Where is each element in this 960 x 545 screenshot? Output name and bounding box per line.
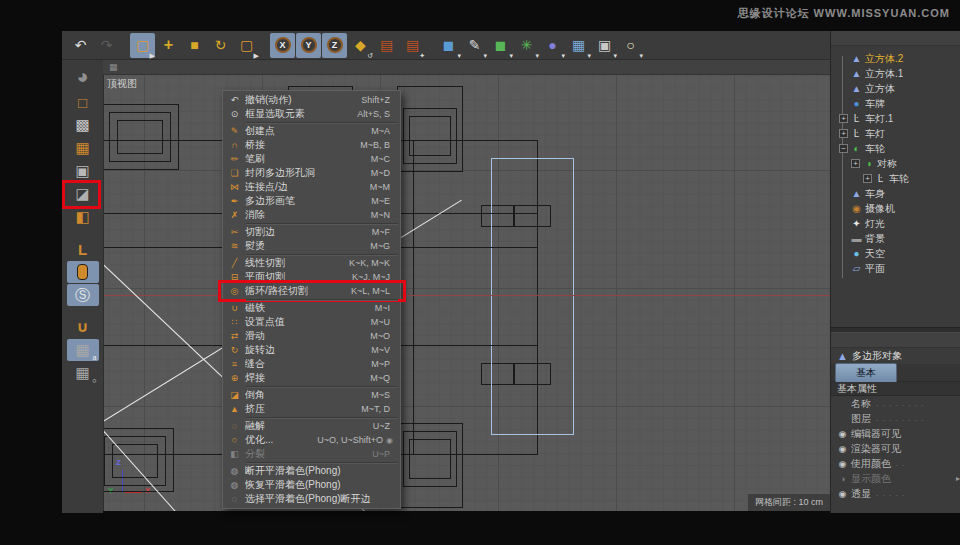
add-cube-button[interactable]: ◼ ▾	[436, 33, 461, 58]
render-view-button[interactable]: ▤	[374, 33, 399, 58]
x-axis-lock[interactable]: X	[270, 33, 295, 58]
polygons-mode-button[interactable]: ◧	[67, 206, 99, 228]
context-menu-item[interactable]: ⇄ 滑动 M~O	[223, 329, 400, 343]
object-tree-row[interactable]: ✦ 灯光	[831, 216, 960, 231]
live-selection-tool[interactable]: ▢ ▶	[130, 33, 155, 58]
z-axis-lock[interactable]: Z	[322, 33, 347, 58]
context-menu-item[interactable]: ◌ 选择平滑着色(Phong)断开边	[223, 492, 400, 506]
attribute-row[interactable]: ◉ 使用颜色 . .	[831, 456, 960, 471]
scale-tool[interactable]: ■	[182, 33, 207, 58]
texture-mode-button[interactable]: ▩	[67, 114, 99, 136]
tree-expand-toggle[interactable]: +	[839, 129, 848, 138]
render-settings-button[interactable]: ▤ ✦	[400, 33, 425, 58]
redo-button[interactable]: ↷	[94, 33, 119, 58]
workplane-mode-button[interactable]: ▦	[67, 137, 99, 159]
attribute-row[interactable]: ◉ 透显 . . . . .	[831, 486, 960, 501]
tree-expand-toggle[interactable]: +	[839, 114, 848, 123]
attribute-toggle[interactable]: ◉	[837, 429, 848, 439]
context-menu-item[interactable]: ⋈ 连接点/边 M~M	[223, 180, 400, 194]
undo-button[interactable]: ↶	[68, 33, 93, 58]
object-tree-row[interactable]: − ◐ 车轮	[831, 141, 960, 156]
menu-item-icon: ✎	[227, 126, 242, 136]
context-menu-item[interactable]: ✗ 消除 M~N	[223, 208, 400, 222]
object-tree-row[interactable]: ▲ 立方体.1	[831, 66, 960, 81]
object-tree-row[interactable]: + Ŀ 车轮	[831, 171, 960, 186]
context-menu-item[interactable]: ≡ 缝合 M~P	[223, 357, 400, 371]
attribute-toggle[interactable]: ◉	[837, 459, 848, 469]
attribute-toggle[interactable]: ◉	[837, 444, 848, 454]
attribute-row[interactable]: 名称 . . . . . . . .	[831, 396, 960, 411]
context-menu-item[interactable]: ✎ 创建点 M~A	[223, 124, 400, 138]
object-tree-row[interactable]: ▱ 平面	[831, 261, 960, 276]
magnet-tool-button[interactable]: ∪	[67, 316, 99, 338]
context-menu-item[interactable]: ∷ 设置点值 M~U	[223, 315, 400, 329]
add-light-button[interactable]: ○ ▾	[618, 33, 643, 58]
attribute-row[interactable]: ◉ 渲染器可见	[831, 441, 960, 456]
attribute-row[interactable]: 图层 . . . . . . . .	[831, 411, 960, 426]
context-menu-item[interactable]: ❏ 封闭多边形孔洞 M~D	[223, 166, 400, 180]
context-menu-item[interactable]: ◪ 倒角 M~S	[223, 388, 400, 402]
tab-basic[interactable]: 基本	[835, 363, 897, 383]
object-tree-row[interactable]: ● 车牌	[831, 96, 960, 111]
context-menu-item[interactable]: ◍ 断开平滑着色(Phong)	[223, 464, 400, 478]
object-tree-row[interactable]: ▲ 立方体.2	[831, 51, 960, 66]
snap-toggle-button[interactable]: Ⓢ	[67, 284, 99, 306]
points-mode-button[interactable]: ▣	[67, 160, 99, 182]
context-menu-item[interactable]: ⊕ 焊接 M~Q	[223, 371, 400, 385]
context-menu-item[interactable]: ↶ 撤销(动作) Shift+Z	[223, 93, 400, 107]
make-editable-button[interactable]: ◕	[67, 62, 99, 90]
add-floor-button[interactable]: ▦ ▾	[566, 33, 591, 58]
context-menu-item[interactable]: ◧ 分裂 U~P	[223, 447, 400, 461]
add-deformer-button[interactable]: ✳ ▾	[514, 33, 539, 58]
context-menu-item[interactable]: ∪ 磁铁 M~I	[223, 301, 400, 315]
coordinate-system-toggle[interactable]: ◆ ↺	[348, 33, 373, 58]
axis-mode-button[interactable]: L	[67, 238, 99, 260]
context-menu-item[interactable]: ≋ 熨烫 M~G	[223, 239, 400, 253]
object-tree-row[interactable]: + Ŀ 车灯.1	[831, 111, 960, 126]
menu-item-shortcut: M~C	[371, 154, 390, 164]
viewport-canvas[interactable]: 顶视图 网格间距 : 10 cm Z X Y	[103, 75, 830, 511]
object-tree-row[interactable]: + Ŀ 车灯	[831, 126, 960, 141]
object-tree-row[interactable]: ▲ 车身	[831, 186, 960, 201]
tree-expand-toggle[interactable]: −	[839, 144, 848, 153]
viewport-solo-button[interactable]	[67, 261, 99, 283]
context-menu-item[interactable]: ⊟ 平面切割 K~J, M~J	[223, 270, 400, 284]
palette-button-icon: □	[78, 94, 87, 111]
rotate-tool[interactable]: ↻	[208, 33, 233, 58]
move-tool[interactable]: +	[156, 33, 181, 58]
tree-expand-toggle[interactable]: +	[851, 159, 860, 168]
context-menu-item[interactable]: ✂ 切割边 M~F	[223, 225, 400, 239]
context-menu-item[interactable]: ◌ 融解 U~Z	[223, 419, 400, 433]
context-menu-item[interactable]: ◎ 循环/路径切割 K~L, M~L	[223, 284, 400, 298]
y-axis-lock[interactable]: Y	[296, 33, 321, 58]
context-menu-item[interactable]: ✏ 笔刷 M~C	[223, 152, 400, 166]
attribute-toggle[interactable]: ◉	[837, 489, 848, 499]
attribute-row[interactable]: ◉ 编辑器可见	[831, 426, 960, 441]
object-tree-row[interactable]: ▬ 背景	[831, 231, 960, 246]
context-menu-item[interactable]: ╱ 线性切割 K~K, M~K	[223, 256, 400, 270]
context-menu-item[interactable]: ✒ 多边形画笔 M~E	[223, 194, 400, 208]
model-mode-button[interactable]: □	[67, 91, 99, 113]
add-spline-button[interactable]: ✎ ▾	[462, 33, 487, 58]
attribute-toggle[interactable]: ◑	[837, 474, 848, 484]
mesh-axis-button[interactable]: ▦ ○	[67, 362, 99, 384]
context-menu-item[interactable]: ↻ 旋转边 M~V	[223, 343, 400, 357]
object-tree-row[interactable]: ◉ 摄像机	[831, 201, 960, 216]
context-menu-item[interactable]: ▲ 挤压 M~T, D	[223, 402, 400, 416]
panel-grid-icon[interactable]: ▦	[109, 62, 118, 72]
context-menu-item[interactable]: ⊙ 框显选取元素 Alt+S, S	[223, 107, 400, 121]
context-menu-item[interactable]: ◍ 恢复平滑着色(Phong)	[223, 478, 400, 492]
mesh-lock-button[interactable]: ▦ a	[67, 339, 99, 361]
add-environment-button[interactable]: ● ▾	[540, 33, 565, 58]
attributes-menubar	[831, 333, 960, 348]
attribute-row[interactable]: ◑ 显示颜色 ▸	[831, 471, 960, 486]
context-menu-item[interactable]: ∩ 桥接 M~B, B	[223, 138, 400, 152]
object-tree-row[interactable]: + ◑ 对称	[831, 156, 960, 171]
selection-tool[interactable]: ▢ ▶	[234, 33, 259, 58]
tree-expand-toggle[interactable]: +	[863, 174, 872, 183]
add-camera-button[interactable]: ▣ ▾	[592, 33, 617, 58]
object-tree-row[interactable]: ▲ 立方体	[831, 81, 960, 96]
context-menu-item[interactable]: ○ 优化... U~O, U~Shift+O ◉	[223, 433, 400, 447]
add-generator-button[interactable]: ◼ ▾	[488, 33, 513, 58]
object-tree-row[interactable]: ● 天空	[831, 246, 960, 261]
